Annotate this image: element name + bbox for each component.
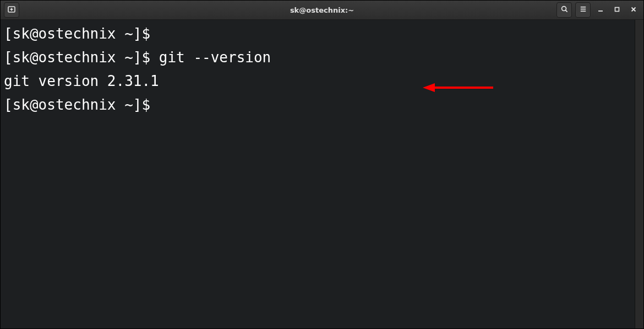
- titlebar-left-group: [1, 2, 19, 18]
- terminal-prompt: [sk@ostechnix ~]$: [4, 49, 159, 66]
- terminal-command: git --version: [159, 49, 271, 66]
- maximize-icon: [614, 6, 620, 14]
- terminal-line: git version 2.31.1: [4, 69, 631, 93]
- maximize-button[interactable]: [610, 3, 624, 17]
- hamburger-menu-icon: [579, 5, 587, 15]
- close-icon: [630, 6, 637, 14]
- terminal-line: [sk@ostechnix ~]$: [4, 22, 631, 46]
- terminal-window: sk@ostechnix:~: [0, 0, 644, 329]
- terminal-output-text: git version 2.31.1: [4, 73, 159, 89]
- minimize-button[interactable]: [594, 3, 607, 17]
- search-button[interactable]: [556, 2, 572, 18]
- terminal-prompt: [sk@ostechnix ~]$: [4, 25, 159, 42]
- terminal-prompt: [sk@ostechnix ~]$: [4, 96, 159, 113]
- svg-rect-9: [615, 7, 619, 11]
- close-button[interactable]: [627, 3, 640, 17]
- svg-point-3: [561, 7, 566, 11]
- window-titlebar: sk@ostechnix:~: [1, 1, 643, 20]
- terminal-output[interactable]: [sk@ostechnix ~]$ [sk@ostechnix ~]$ git …: [1, 20, 635, 328]
- terminal-body-wrap: [sk@ostechnix ~]$ [sk@ostechnix ~]$ git …: [1, 20, 643, 328]
- new-tab-icon: [7, 5, 16, 15]
- new-tab-button[interactable]: [4, 2, 19, 18]
- terminal-line: [sk@ostechnix ~]$: [4, 93, 631, 117]
- search-icon: [560, 5, 569, 15]
- terminal-line: [sk@ostechnix ~]$ git --version: [4, 46, 631, 69]
- menu-button[interactable]: [575, 2, 591, 18]
- vertical-scrollbar[interactable]: [635, 20, 643, 328]
- minimize-icon: [597, 6, 604, 14]
- window-title: sk@ostechnix:~: [1, 6, 643, 14]
- svg-line-4: [565, 10, 567, 12]
- titlebar-right-group: [556, 2, 643, 18]
